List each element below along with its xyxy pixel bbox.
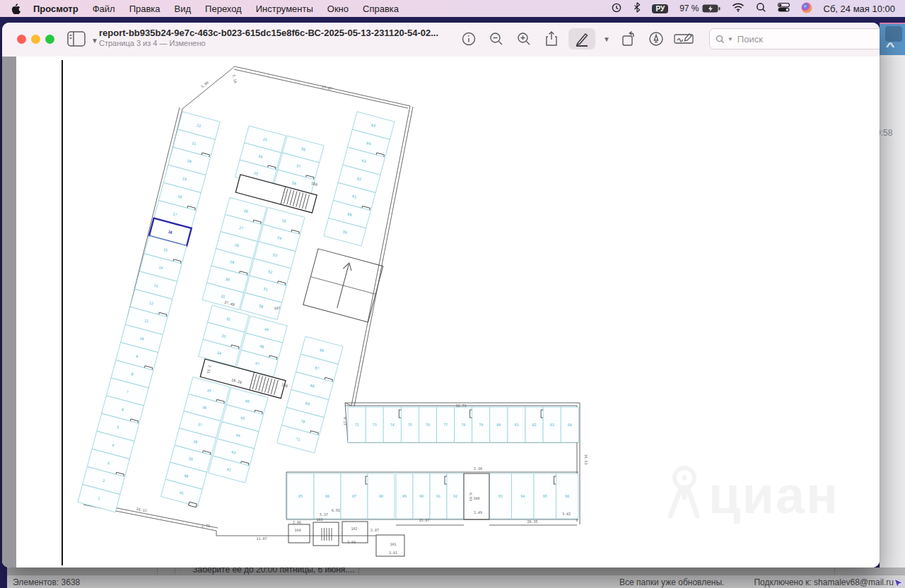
svg-text:2.49: 2.49 bbox=[474, 510, 482, 514]
zoom-in-button[interactable] bbox=[513, 28, 535, 49]
keyboard-layout-badge[interactable]: РУ bbox=[652, 4, 668, 13]
zoom-button[interactable] bbox=[45, 35, 54, 44]
svg-text:77: 77 bbox=[443, 423, 448, 427]
document-page-status: Страница 3 из 4 — Изменено bbox=[99, 39, 438, 47]
folders-updated-status: Все папки уже обновлены. bbox=[619, 577, 724, 587]
svg-text:93: 93 bbox=[498, 494, 503, 498]
list-divider bbox=[175, 568, 175, 575]
list-divider bbox=[157, 568, 158, 575]
document-title: report-bb935b24-9e7c-463c-b023-615dc15e8… bbox=[99, 28, 438, 38]
menu-6[interactable]: Окно bbox=[320, 4, 356, 14]
rotate-button[interactable] bbox=[618, 28, 639, 49]
siri-icon[interactable] bbox=[801, 2, 812, 16]
preview-window: ▼ report-bb935b24-9e7c-463c-b023-615dc15… bbox=[2, 23, 880, 568]
time-machine-icon[interactable] bbox=[611, 2, 622, 16]
svg-text:9.27: 9.27 bbox=[343, 417, 347, 425]
svg-text:96: 96 bbox=[565, 494, 569, 498]
battery-indicator[interactable]: 97 % bbox=[679, 4, 720, 13]
svg-text:84: 84 bbox=[568, 423, 572, 427]
list-divider bbox=[834, 568, 835, 575]
chevron-up-icon[interactable]: ^ bbox=[886, 41, 895, 52]
svg-text:5.37: 5.37 bbox=[320, 512, 328, 517]
svg-text:5.10: 5.10 bbox=[232, 74, 238, 83]
svg-text:16.53: 16.53 bbox=[584, 454, 588, 464]
toolbar: ▼ ▼ bbox=[458, 28, 880, 49]
search-input[interactable] bbox=[736, 33, 880, 45]
svg-text:6.93: 6.93 bbox=[469, 493, 473, 501]
markup-options-chevron[interactable]: ▼ bbox=[603, 35, 610, 43]
menu-1[interactable]: Файл bbox=[86, 4, 122, 14]
svg-text:79: 79 bbox=[479, 423, 483, 427]
bluetooth-icon[interactable] bbox=[634, 2, 641, 15]
markup-highlight-button[interactable] bbox=[568, 28, 595, 49]
svg-text:103: 103 bbox=[316, 517, 322, 522]
menu-0[interactable]: Просмотр bbox=[26, 4, 86, 14]
svg-text:78: 78 bbox=[461, 423, 465, 427]
background-status-bar: Элементов: 3638 Все папки уже обновлены.… bbox=[7, 575, 905, 588]
svg-text:2.87: 2.87 bbox=[370, 528, 379, 532]
info-button[interactable] bbox=[458, 28, 479, 49]
wifi-icon[interactable] bbox=[732, 3, 745, 14]
search-scope-chevron[interactable]: ▼ bbox=[728, 36, 733, 42]
svg-text:89: 89 bbox=[402, 494, 407, 498]
svg-text:95: 95 bbox=[543, 494, 547, 498]
svg-text:2.06: 2.06 bbox=[293, 520, 301, 524]
background-list-row[interactable]: Заберите ее до 20:00 пятницы, 6 июня.... bbox=[7, 568, 905, 575]
menu-7[interactable]: Справка bbox=[356, 4, 406, 14]
connected-account-status: Подключено к: shamalev68@mail.ru bbox=[754, 577, 894, 587]
svg-text:92: 92 bbox=[453, 494, 457, 498]
document-area[interactable]: 2221201918171615141312111098765432123242… bbox=[2, 57, 880, 568]
svg-text:циан: циан bbox=[708, 466, 839, 524]
svg-text:83: 83 bbox=[550, 423, 554, 427]
spotlight-icon[interactable] bbox=[756, 2, 766, 15]
share-button[interactable] bbox=[541, 28, 562, 49]
signature-button[interactable] bbox=[673, 28, 694, 49]
svg-text:3.42: 3.42 bbox=[562, 512, 571, 516]
menu-bar-status: РУ 97 % Сб, 24 мая 10:00 bbox=[611, 2, 905, 16]
svg-text:15.87: 15.87 bbox=[419, 518, 429, 522]
menu-4[interactable]: Переход bbox=[198, 4, 249, 14]
close-button[interactable] bbox=[17, 35, 26, 44]
svg-text:104: 104 bbox=[294, 528, 300, 532]
svg-text:11.87: 11.87 bbox=[256, 536, 267, 541]
svg-text:85: 85 bbox=[298, 494, 303, 498]
svg-text:73: 73 bbox=[373, 423, 377, 427]
svg-text:88: 88 bbox=[379, 494, 383, 498]
svg-text:3.01: 3.01 bbox=[389, 551, 397, 555]
title-bar[interactable]: ▼ report-bb935b24-9e7c-463c-b023-615dc15… bbox=[2, 23, 880, 57]
menu-bar-clock[interactable]: Сб, 24 мая 10:00 bbox=[824, 4, 895, 14]
sidebar-toggle-button[interactable] bbox=[67, 31, 88, 48]
svg-text:20.35: 20.35 bbox=[527, 519, 537, 524]
svg-text:80: 80 bbox=[496, 423, 501, 427]
svg-text:6.92: 6.92 bbox=[332, 508, 340, 512]
zoom-out-button[interactable] bbox=[486, 28, 507, 49]
svg-text:2.30: 2.30 bbox=[474, 466, 482, 471]
control-center-icon[interactable] bbox=[778, 3, 790, 14]
background-window-button[interactable] bbox=[885, 26, 902, 42]
app-menus: ПросмотрФайлПравкаВидПереходИнструментыО… bbox=[26, 4, 406, 14]
mouse-cursor bbox=[894, 578, 904, 588]
svg-text:75: 75 bbox=[408, 423, 412, 427]
menu-3[interactable]: Вид bbox=[168, 4, 199, 14]
svg-text:3.94: 3.94 bbox=[347, 540, 356, 544]
svg-text:16.12: 16.12 bbox=[136, 507, 147, 513]
svg-text:107: 107 bbox=[274, 306, 280, 310]
svg-text:81: 81 bbox=[514, 423, 518, 427]
svg-text:5.96: 5.96 bbox=[200, 80, 209, 88]
svg-text:87: 87 bbox=[352, 494, 356, 498]
items-count: Элементов: 3638 bbox=[13, 577, 80, 587]
svg-text:94: 94 bbox=[520, 494, 525, 498]
background-window-panel: 0:58 bbox=[880, 55, 905, 574]
list-row-text: Заберите ее до 20:00 пятницы, 6 июня.... bbox=[182, 568, 366, 575]
svg-text:90: 90 bbox=[419, 494, 424, 498]
menu-2[interactable]: Правка bbox=[122, 4, 168, 14]
draw-pen-button[interactable] bbox=[646, 28, 667, 49]
minimize-button[interactable] bbox=[31, 35, 40, 44]
menu-5[interactable]: Инструменты bbox=[249, 4, 320, 14]
svg-text:86: 86 bbox=[325, 494, 329, 498]
background-window-header: ^ bbox=[880, 23, 905, 57]
search-field[interactable]: ▼ bbox=[709, 28, 880, 49]
sidebar-chevron-icon[interactable]: ▼ bbox=[91, 37, 98, 45]
apple-icon[interactable] bbox=[11, 4, 21, 14]
svg-text:32.73: 32.73 bbox=[455, 404, 466, 408]
